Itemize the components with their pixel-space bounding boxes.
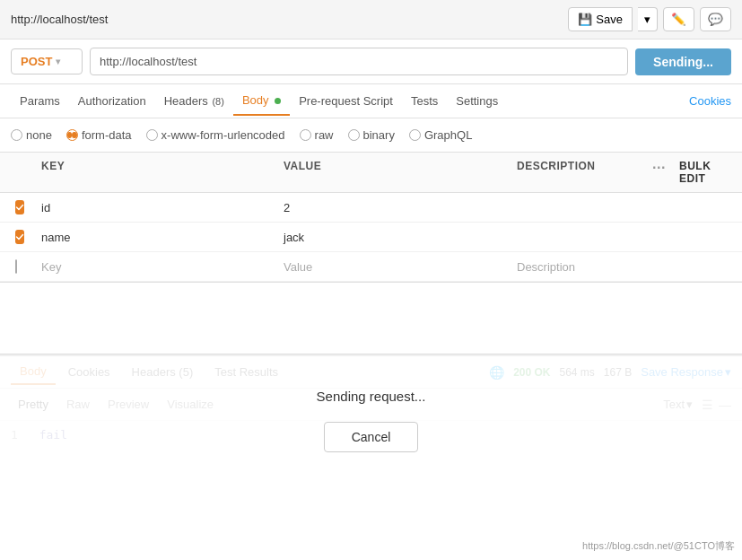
- table-row: name jack: [0, 223, 742, 252]
- td-key-1[interactable]: id: [32, 194, 275, 222]
- tab-params[interactable]: Params: [11, 87, 69, 115]
- table-row-placeholder: Key Value Description: [0, 252, 742, 282]
- radio-raw-circle: [300, 129, 311, 141]
- td-description-2[interactable]: [508, 230, 742, 244]
- radio-graphql[interactable]: GraphQL: [409, 128, 472, 142]
- save-icon: 💾: [578, 13, 592, 26]
- tab-authorization[interactable]: Authorization: [69, 87, 155, 115]
- response-panel: Body Cookies Headers (5) Test Results 🌐 …: [0, 354, 742, 484]
- th-value: VALUE: [275, 153, 508, 192]
- tab-settings[interactable]: Settings: [447, 87, 507, 115]
- td-value-placeholder[interactable]: Value: [275, 253, 508, 281]
- table-header: KEY VALUE DESCRIPTION ··· Bulk Edit: [0, 153, 742, 193]
- th-dots: ···: [643, 153, 670, 192]
- save-button[interactable]: 💾 Save: [568, 7, 633, 31]
- td-checkbox-placeholder: [0, 252, 32, 281]
- th-key: KEY: [32, 153, 275, 192]
- radio-url-encoded[interactable]: x-www-form-urlencoded: [146, 128, 285, 142]
- td-value-1[interactable]: 2: [275, 194, 508, 222]
- tab-tests[interactable]: Tests: [402, 87, 447, 115]
- request-tabs: Params Authorization Headers (8) Body Pr…: [0, 84, 742, 118]
- body-type-selector: none form-data x-www-form-urlencoded raw…: [0, 118, 742, 153]
- radio-binary[interactable]: binary: [348, 128, 395, 142]
- url-bar: POST ▾ Sending...: [0, 39, 742, 84]
- save-dropdown-button[interactable]: ▾: [638, 7, 658, 31]
- radio-none[interactable]: none: [11, 128, 52, 142]
- radio-form-data-circle: [66, 129, 78, 141]
- sending-message: Sending request...: [317, 389, 426, 404]
- checkbox-2[interactable]: [15, 230, 24, 244]
- checkbox-1[interactable]: [15, 200, 24, 214]
- td-key-2[interactable]: name: [32, 223, 275, 251]
- cancel-button[interactable]: Cancel: [324, 422, 419, 452]
- checkbox-placeholder: [15, 259, 17, 274]
- top-bar: http://localhost/test 💾 Save ▾ ✏️ 💬: [0, 0, 742, 39]
- method-select[interactable]: POST ▾: [11, 48, 83, 74]
- send-button[interactable]: Sending...: [635, 48, 731, 75]
- tab-pre-request-script[interactable]: Pre-request Script: [290, 87, 402, 115]
- tab-headers[interactable]: Headers (8): [155, 87, 233, 115]
- chevron-down-icon: ▾: [644, 13, 650, 26]
- top-bar-url: http://localhost/test: [11, 13, 108, 26]
- td-description-1[interactable]: [508, 200, 742, 214]
- tab-body[interactable]: Body: [233, 86, 290, 116]
- td-value-2[interactable]: jack: [275, 223, 508, 251]
- cookies-link[interactable]: Cookies: [689, 94, 731, 108]
- td-description-placeholder[interactable]: Description: [508, 253, 742, 281]
- top-bar-actions: 💾 Save ▾ ✏️ 💬: [568, 7, 731, 31]
- radio-form-data[interactable]: form-data: [66, 128, 132, 142]
- watermark: https://blog.csdn.net/@51CTO博客: [582, 539, 735, 553]
- url-input[interactable]: [90, 48, 628, 75]
- edit-button[interactable]: ✏️: [663, 7, 694, 31]
- edit-icon: ✏️: [671, 13, 686, 26]
- radio-none-circle: [11, 129, 22, 141]
- td-checkbox-1[interactable]: [0, 193, 32, 222]
- th-description: DESCRIPTION: [508, 153, 643, 192]
- sending-overlay: Sending request... Cancel: [0, 356, 742, 484]
- method-label: POST: [21, 55, 52, 68]
- spacer: [0, 283, 742, 354]
- radio-url-encoded-circle: [146, 129, 158, 141]
- td-key-placeholder[interactable]: Key: [32, 253, 275, 281]
- method-chevron-icon: ▾: [56, 57, 60, 66]
- radio-graphql-circle: [409, 129, 421, 141]
- params-table: KEY VALUE DESCRIPTION ··· Bulk Edit id 2…: [0, 153, 742, 283]
- comment-button[interactable]: 💬: [700, 7, 731, 31]
- radio-raw[interactable]: raw: [300, 128, 334, 142]
- td-checkbox-2[interactable]: [0, 223, 32, 251]
- th-bulk-edit[interactable]: Bulk Edit: [670, 153, 742, 192]
- table-row: id 2: [0, 193, 742, 223]
- comment-icon: 💬: [708, 13, 723, 26]
- th-checkbox: [0, 153, 32, 192]
- radio-binary-circle: [348, 129, 360, 141]
